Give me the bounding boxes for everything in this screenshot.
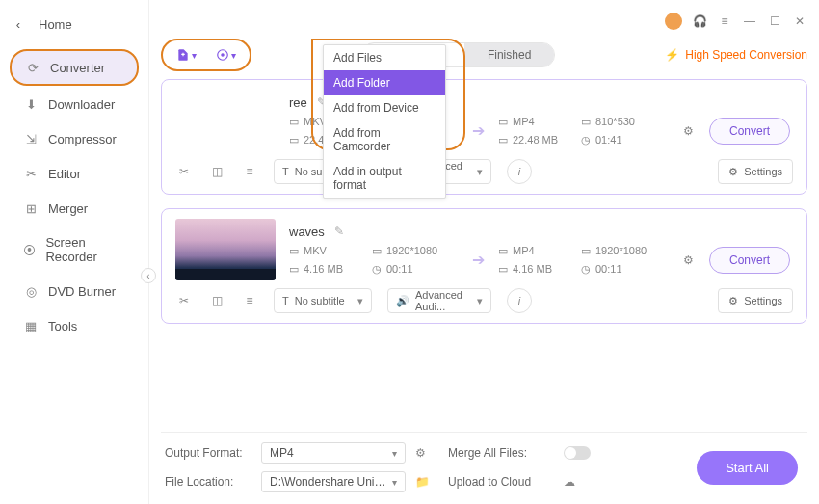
add-files-area: ▾ ▾	[161, 39, 251, 71]
trim-icon[interactable]: ✂	[175, 294, 193, 307]
maximize-icon[interactable]: ☐	[767, 14, 782, 28]
converter-icon: ⟳	[25, 60, 40, 75]
output-gear-icon[interactable]: ⚙	[415, 446, 438, 460]
info-button[interactable]: i	[507, 159, 532, 184]
file-location-label: File Location:	[165, 475, 251, 489]
settings-button[interactable]: ⚙Settings	[718, 288, 793, 313]
res-icon: ▭	[581, 245, 591, 257]
target-info: ▭MP4 ▭810*530 ▭22.48 MB ◷01:41	[498, 116, 668, 146]
sidebar-item-tools[interactable]: ▦Tools	[10, 309, 139, 342]
video-thumbnail[interactable]	[175, 219, 276, 280]
merger-icon: ⊞	[23, 200, 39, 216]
svg-point-1	[222, 54, 224, 56]
source-info: ▭MKV ▭1920*1080 ▭4.16 MB ◷00:11	[289, 245, 459, 276]
file-title: ree	[289, 95, 307, 110]
size-icon: ▭	[289, 263, 299, 276]
lightning-icon: ⚡	[665, 48, 679, 62]
merge-toggle[interactable]	[564, 446, 591, 460]
add-dropdown-menu: Add Files Add Folder Add from Device Add…	[323, 44, 446, 199]
minimize-icon[interactable]: —	[742, 14, 757, 28]
sidebar-item-compressor[interactable]: ⇲Compressor	[10, 122, 139, 155]
close-icon[interactable]: ✕	[792, 14, 807, 28]
gear-icon: ⚙	[728, 295, 738, 307]
gear-icon: ⚙	[728, 166, 738, 178]
dd-add-output[interactable]: Add in output format	[324, 159, 445, 198]
editor-icon: ✂	[23, 166, 39, 181]
output-settings-icon[interactable]: ⚙	[683, 124, 694, 138]
sidebar-item-screen-recorder[interactable]: ⦿Screen Recorder	[10, 226, 139, 273]
menu-icon[interactable]: ≡	[717, 14, 732, 28]
sidebar-item-editor[interactable]: ✂Editor	[10, 157, 139, 190]
edit-title-icon[interactable]: ✎	[334, 225, 344, 238]
size-icon: ▭	[498, 263, 508, 276]
arrow-icon: ➔	[472, 251, 485, 269]
merge-label: Merge All Files:	[448, 446, 554, 460]
cloud-icon[interactable]: ☁	[564, 475, 621, 489]
trim-icon[interactable]: ✂	[175, 165, 193, 178]
sidebar-item-dvd-burner[interactable]: ◎DVD Burner	[10, 275, 139, 307]
recorder-icon: ⦿	[23, 242, 36, 257]
download-icon: ⬇	[23, 96, 39, 112]
video-icon: ▭	[498, 245, 508, 257]
sidebar-item-downloader[interactable]: ⬇Downloader	[10, 88, 139, 120]
clock-icon: ◷	[581, 263, 591, 276]
output-settings-icon[interactable]: ⚙	[683, 253, 694, 267]
upload-cloud-label: Upload to Cloud	[448, 475, 554, 489]
file-title: waves	[289, 225, 325, 239]
dd-add-device[interactable]: Add from Device	[324, 95, 445, 120]
arrow-icon: ➔	[472, 121, 485, 140]
output-format-label: Output Format:	[165, 446, 251, 460]
subtitle-select[interactable]: TNo subtitle▾	[274, 288, 372, 313]
user-avatar-icon[interactable]	[665, 13, 682, 30]
file-card: waves ✎ ▭MKV ▭1920*1080 ▭4.16 MB ◷00:11 …	[161, 208, 807, 324]
clock-icon: ◷	[581, 134, 591, 146]
compress-icon: ⇲	[23, 131, 39, 146]
convert-button[interactable]: Convert	[709, 118, 790, 145]
more-icon[interactable]: ≡	[241, 294, 258, 307]
dd-add-camcorder[interactable]: Add from Camcorder	[324, 120, 445, 159]
audio-select[interactable]: 🔊Advanced Audi...▾	[387, 288, 491, 313]
crop-icon[interactable]: ◫	[208, 294, 225, 307]
target-info: ▭MP4 ▭1920*1080 ▭4.16 MB ◷00:11	[498, 245, 668, 276]
dd-add-folder[interactable]: Add Folder	[324, 70, 445, 95]
add-dvd-button[interactable]: ▾	[216, 48, 236, 62]
crop-icon[interactable]: ◫	[208, 165, 225, 178]
tab-finished[interactable]: Finished	[464, 43, 554, 66]
video-icon: ▭	[289, 116, 299, 128]
support-icon[interactable]: 🎧	[692, 14, 707, 28]
add-file-button[interactable]: ▾	[176, 48, 197, 62]
res-icon: ▭	[372, 245, 382, 257]
start-all-button[interactable]: Start All	[697, 451, 798, 485]
convert-button[interactable]: Convert	[709, 247, 790, 274]
open-folder-icon[interactable]: 📁	[415, 475, 438, 489]
video-icon: ▭	[289, 245, 299, 257]
sidebar-item-converter[interactable]: ⟳Converter	[10, 49, 139, 86]
file-card: ree ✎ ▭MKV ▭810*530 ▭22.48 MB ◷01:41 ➔ ▭…	[161, 79, 807, 195]
home-link[interactable]: ‹ Home	[0, 10, 148, 40]
back-icon: ‹	[12, 17, 25, 32]
thumbnail-placeholder	[175, 90, 276, 151]
home-label: Home	[39, 17, 72, 32]
file-location-select[interactable]: D:\Wondershare UniConverter 1▾	[261, 471, 406, 492]
video-icon: ▭	[498, 116, 508, 128]
sidebar-item-merger[interactable]: ⊞Merger	[10, 192, 139, 225]
output-format-select[interactable]: MP4▾	[261, 442, 406, 464]
dvd-icon: ◎	[23, 283, 39, 299]
dd-add-files[interactable]: Add Files	[324, 45, 445, 70]
tools-icon: ▦	[23, 318, 39, 333]
high-speed-conversion[interactable]: ⚡High Speed Conversion	[665, 48, 807, 62]
more-icon[interactable]: ≡	[241, 165, 258, 178]
info-button[interactable]: i	[507, 288, 532, 313]
clock-icon: ◷	[372, 263, 382, 276]
settings-button[interactable]: ⚙Settings	[718, 159, 793, 184]
size-icon: ▭	[498, 134, 508, 146]
size-icon: ▭	[289, 134, 299, 146]
res-icon: ▭	[581, 116, 591, 128]
